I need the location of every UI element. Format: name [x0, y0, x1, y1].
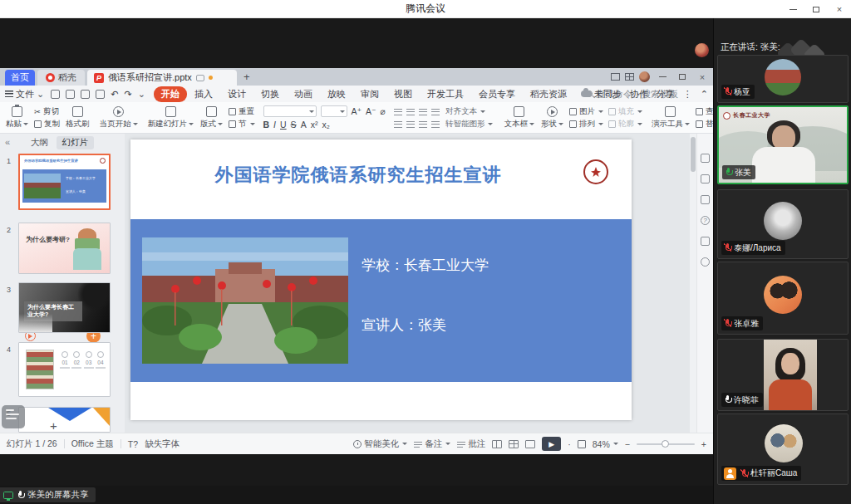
- collaborate-button[interactable]: 协作: [630, 88, 648, 100]
- layout-button[interactable]: 版式: [198, 104, 225, 131]
- ribbon-tab-design[interactable]: 设计: [220, 86, 253, 102]
- underline-button[interactable]: U: [280, 120, 287, 130]
- section-button[interactable]: 节: [227, 118, 257, 130]
- image-tools-icon[interactable]: [701, 237, 710, 246]
- align-left-icon[interactable]: [394, 121, 402, 128]
- present-tools-button[interactable]: 演示工具: [649, 104, 692, 131]
- workspace-grid-icon[interactable]: [625, 73, 634, 81]
- more-icon[interactable]: ⋮: [683, 89, 692, 100]
- properties-icon[interactable]: [701, 154, 710, 163]
- slide-title[interactable]: 外国语学院俄语系研究生招生宣讲: [147, 163, 569, 188]
- participant-tile[interactable]: 杨亚: [717, 55, 849, 103]
- new-tab-button[interactable]: +: [243, 71, 250, 83]
- reading-view-icon[interactable]: [525, 440, 535, 448]
- align-text-button[interactable]: 对齐文本: [444, 105, 487, 118]
- decrease-indent-icon[interactable]: [419, 109, 427, 115]
- increase-indent-icon[interactable]: [431, 109, 440, 115]
- missing-font-warning[interactable]: 缺失字体: [145, 438, 180, 450]
- participant-tile-speaking[interactable]: 长春工业大学 张美: [717, 105, 849, 184]
- sync-status[interactable]: 未同步: [581, 88, 622, 100]
- undo-icon[interactable]: ↶: [111, 89, 118, 100]
- slide-thumbnail-5[interactable]: [18, 407, 111, 433]
- zoom-in-button[interactable]: +: [701, 439, 706, 449]
- slide-thumbnail-3[interactable]: 为什么要考长春工业大学?: [18, 282, 111, 333]
- presenter-line[interactable]: 宣讲人：张美: [362, 316, 446, 335]
- save-icon[interactable]: [51, 90, 60, 99]
- subscript-button[interactable]: x₂: [322, 120, 329, 130]
- ribbon-tab-member[interactable]: 会员专享: [471, 86, 523, 102]
- redo-icon[interactable]: ↷: [124, 89, 131, 100]
- layers-icon[interactable]: [701, 195, 710, 204]
- textbox-button[interactable]: 文本框: [501, 104, 537, 131]
- current-slide[interactable]: 外国语学院俄语系研究生招生宣讲: [130, 139, 632, 420]
- wps-account-avatar[interactable]: [639, 71, 650, 82]
- arrange-button[interactable]: 排列: [568, 118, 605, 130]
- slide-canvas[interactable]: 外国语学院俄语系研究生招生宣讲: [125, 134, 696, 433]
- school-line[interactable]: 学校：长春工业大学: [362, 256, 489, 275]
- clear-format-button[interactable]: ⌀: [381, 106, 386, 116]
- wps-restore-icon[interactable]: [675, 68, 690, 86]
- zoom-level[interactable]: 84%: [593, 439, 618, 449]
- align-right-icon[interactable]: [419, 121, 427, 128]
- numbering-icon[interactable]: [406, 109, 415, 115]
- theme-name[interactable]: Office 主题: [71, 438, 114, 450]
- maximize-icon[interactable]: [804, 0, 828, 18]
- zoom-slider-knob[interactable]: [662, 440, 669, 448]
- wps-minimize-icon[interactable]: [655, 68, 670, 86]
- help-icon[interactable]: ?: [701, 216, 710, 225]
- mic-muted-icon[interactable]: [740, 469, 748, 478]
- ribbon-tab-transition[interactable]: 切换: [253, 86, 287, 102]
- new-slide-button[interactable]: 新建幻灯片: [145, 104, 197, 131]
- minimize-icon[interactable]: [781, 0, 804, 18]
- preview-icon[interactable]: [96, 90, 105, 99]
- paste-button[interactable]: 粘贴: [3, 104, 31, 131]
- beautify-icon[interactable]: [701, 174, 710, 183]
- canvas-scrollbar[interactable]: [690, 134, 696, 433]
- annotate-button[interactable]: 批注: [457, 438, 485, 450]
- copy-button[interactable]: 复制: [32, 118, 61, 130]
- comment-bubble-icon[interactable]: [196, 75, 204, 81]
- participant-tile[interactable]: 许晓菲: [717, 339, 849, 411]
- mic-on-icon[interactable]: [725, 168, 732, 177]
- add-slide-button[interactable]: +: [50, 418, 57, 433]
- ribbon-tab-docer-res[interactable]: 稻壳资源: [523, 86, 574, 102]
- justify-icon[interactable]: [431, 121, 440, 128]
- picture-button[interactable]: 图片: [568, 105, 605, 118]
- zoom-out-button[interactable]: −: [625, 439, 630, 449]
- font-name-select[interactable]: [263, 105, 317, 117]
- mic-muted-icon[interactable]: [724, 87, 731, 96]
- play-options-dot[interactable]: ·: [568, 439, 571, 449]
- tab-docer[interactable]: 稻壳: [37, 70, 85, 86]
- tab-outline[interactable]: 大纲: [31, 137, 48, 149]
- ribbon-tab-insert[interactable]: 插入: [187, 86, 220, 102]
- find-button[interactable]: 查找: [694, 105, 713, 118]
- share-status-chip[interactable]: 张美的屏幕共享: [0, 487, 96, 502]
- print-icon[interactable]: [81, 90, 90, 99]
- font-size-select[interactable]: [321, 105, 347, 117]
- ribbon-tab-review[interactable]: 审阅: [353, 86, 386, 102]
- floating-share-widget[interactable]: [2, 405, 25, 428]
- close-icon[interactable]: ×: [828, 0, 851, 18]
- mic-muted-icon[interactable]: [724, 319, 731, 328]
- superscript-button[interactable]: x²: [311, 120, 318, 130]
- fit-slide-icon[interactable]: [578, 440, 586, 448]
- mic-muted-icon[interactable]: [724, 243, 731, 252]
- slide-sorter-view-icon[interactable]: [509, 440, 519, 448]
- strikethrough-button[interactable]: S: [291, 120, 297, 130]
- tab-home[interactable]: 首页: [5, 70, 35, 86]
- play-from-current-button[interactable]: 当页开始: [97, 104, 140, 131]
- ribbon-tab-devtools[interactable]: 开发工具: [420, 86, 471, 102]
- shapes-button[interactable]: 形状: [539, 104, 566, 131]
- fill-button[interactable]: 填充: [607, 105, 644, 118]
- grow-font-button[interactable]: A⁺: [352, 106, 362, 116]
- reset-button[interactable]: 重置: [227, 105, 257, 118]
- ribbon-tab-animation[interactable]: 动画: [287, 86, 320, 102]
- tab-document[interactable]: P 俄语系研招宣讲.pptx: [87, 70, 237, 86]
- wps-close-icon[interactable]: ×: [695, 68, 710, 86]
- bullets-icon[interactable]: [394, 109, 402, 115]
- collapse-panel-icon[interactable]: «: [5, 137, 10, 147]
- participant-tile[interactable]: 泰娜/Лариса: [717, 189, 849, 259]
- smart-graphic-button[interactable]: 转智能图形: [444, 118, 495, 130]
- toolbar-chevron-down-icon[interactable]: ⌄: [138, 89, 145, 100]
- beautify-button[interactable]: 智能美化: [353, 438, 407, 450]
